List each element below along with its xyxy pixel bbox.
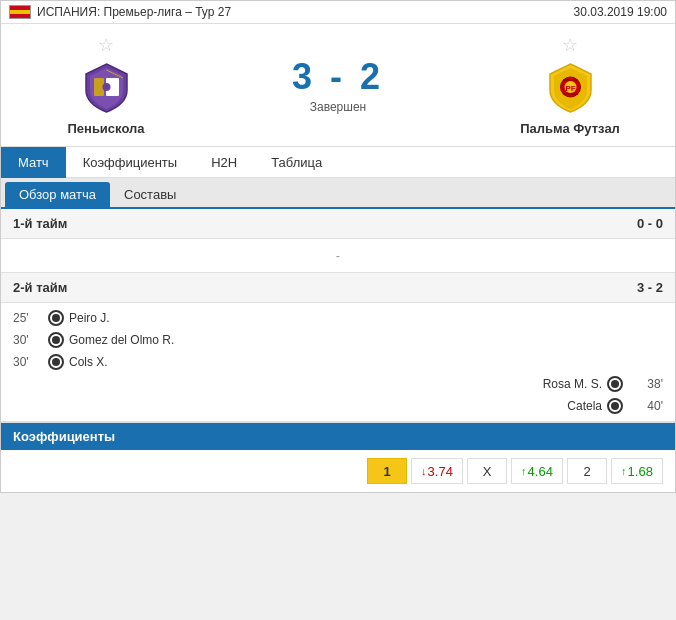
coeff-row: 1 ↓ 3.74 X ↑ 4.64 2 ↑ 1.68 <box>1 450 675 492</box>
league-label: ИСПАНИЯ: Премьер-лига – Тур 27 <box>37 5 231 19</box>
goal-icon-1 <box>48 310 64 326</box>
goal-icon-3 <box>48 354 64 370</box>
event-row-away-1: Rosa M. S. 38' <box>1 373 675 395</box>
coeff-label-1: 1 <box>383 464 390 479</box>
goal-icon-2 <box>48 332 64 348</box>
home-team-favorite-icon[interactable]: ☆ <box>98 34 114 56</box>
event-time-3: 30' <box>13 355 43 369</box>
subtab-overview[interactable]: Обзор матча <box>5 182 110 207</box>
home-team-name: Пеньискола <box>67 121 144 136</box>
coeff-val-text-x: 4.64 <box>528 464 553 479</box>
second-half-label: 2-й тайм <box>13 280 67 295</box>
coeff-value-1: ↓ 3.74 <box>411 458 463 484</box>
first-half-label: 1-й тайм <box>13 216 67 231</box>
second-half-header: 2-й тайм 3 - 2 <box>1 273 675 303</box>
home-team-logo <box>79 60 134 115</box>
goal-icon-away-2 <box>607 398 623 414</box>
score-display: 3 - 2 <box>292 56 384 98</box>
main-tabs-bar: Матч Коэффициенты H2H Таблица <box>1 146 675 178</box>
event-time-away-1: 38' <box>633 377 663 391</box>
score-status: Завершен <box>310 100 366 114</box>
tab-match[interactable]: Матч <box>1 147 66 178</box>
svg-point-2 <box>102 83 110 91</box>
away-team-name: Пальма Футзал <box>520 121 620 136</box>
first-half-no-events: - <box>1 243 675 268</box>
home-team-block: ☆ Пеньискола <box>21 34 191 136</box>
away-team-block: ☆ PF Пальма Футзал <box>485 34 655 136</box>
main-container: ИСПАНИЯ: Премьер-лига – Тур 27 30.03.201… <box>0 0 676 493</box>
event-row-home-1: 25' Peiro J. <box>1 307 675 329</box>
coeff-cell-1[interactable]: 1 <box>367 458 407 484</box>
coeff-cell-x[interactable]: X <box>467 458 507 484</box>
svg-text:PF: PF <box>565 84 575 93</box>
event-player-away-1: Rosa M. S. <box>543 377 602 391</box>
tab-table[interactable]: Таблица <box>254 147 339 178</box>
league-info: ИСПАНИЯ: Премьер-лига – Тур 27 <box>9 5 231 19</box>
second-half-score: 3 - 2 <box>637 280 663 295</box>
coeff-label-2: 2 <box>583 464 590 479</box>
first-half-score: 0 - 0 <box>637 216 663 231</box>
away-team-favorite-icon[interactable]: ☆ <box>562 34 578 56</box>
tab-h2h[interactable]: H2H <box>194 147 254 178</box>
event-time-1: 25' <box>13 311 43 325</box>
match-header-bar: ИСПАНИЯ: Премьер-лига – Тур 27 30.03.201… <box>1 1 675 24</box>
tab-coefficients[interactable]: Коэффициенты <box>66 147 195 178</box>
coefficients-section: Коэффициенты 1 ↓ 3.74 X ↑ 4.64 2 <box>1 422 675 492</box>
coeff-val-text-2: 1.68 <box>628 464 653 479</box>
coeff-value-2: ↑ 1.68 <box>611 458 663 484</box>
first-half-header: 1-й тайм 0 - 0 <box>1 209 675 239</box>
coeff-arrow-up-2: ↑ <box>621 465 627 477</box>
event-player-2: Gomez del Olmo R. <box>69 333 174 347</box>
event-time-2: 30' <box>13 333 43 347</box>
event-time-away-2: 40' <box>633 399 663 413</box>
coeff-value-x: ↑ 4.64 <box>511 458 563 484</box>
first-half-events: - <box>1 239 675 272</box>
coeff-arrow-down-1: ↓ <box>421 465 427 477</box>
event-row-home-2: 30' Gomez del Olmo R. <box>1 329 675 351</box>
spain-flag-icon <box>9 5 31 19</box>
event-player-1: Peiro J. <box>69 311 110 325</box>
subtab-lineups[interactable]: Составы <box>110 182 190 207</box>
event-row-home-3: 30' Cols X. <box>1 351 675 373</box>
first-half-section: 1-й тайм 0 - 0 - <box>1 209 675 273</box>
teams-section: ☆ Пеньискола 3 - 2 Завершен ☆ <box>1 24 675 146</box>
second-half-section: 2-й тайм 3 - 2 25' Peiro J. 30' Gomez de… <box>1 273 675 422</box>
event-player-3: Cols X. <box>69 355 108 369</box>
away-team-logo: PF <box>543 60 598 115</box>
coeff-label-x: X <box>483 464 492 479</box>
second-half-events: 25' Peiro J. 30' Gomez del Olmo R. 30' C… <box>1 303 675 421</box>
coeff-arrow-up-x: ↑ <box>521 465 527 477</box>
event-player-away-2: Catela <box>567 399 602 413</box>
goal-icon-away-1 <box>607 376 623 392</box>
score-block: 3 - 2 Завершен <box>238 56 438 114</box>
coeff-section-header: Коэффициенты <box>1 423 675 450</box>
match-datetime: 30.03.2019 19:00 <box>574 5 667 19</box>
coeff-val-text-1: 3.74 <box>428 464 453 479</box>
event-row-away-2: Catela 40' <box>1 395 675 417</box>
coeff-cell-2[interactable]: 2 <box>567 458 607 484</box>
subtabs-bar: Обзор матча Составы <box>1 178 675 209</box>
